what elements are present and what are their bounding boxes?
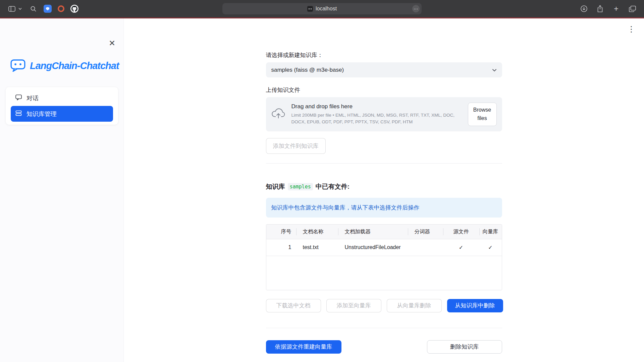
files-heading-prefix: 知识库 — [266, 182, 285, 191]
logo-icon — [10, 58, 26, 74]
tab-overview-icon[interactable] — [627, 4, 637, 14]
address-bar[interactable]: localhost ⋯ — [222, 3, 422, 14]
sidebar-toggle-icon[interactable] — [7, 4, 17, 14]
github-extension-icon[interactable] — [70, 5, 78, 13]
add-to-vector-button[interactable]: 添加至向量库 — [326, 299, 381, 312]
add-files-button[interactable]: 添加文件到知识库 — [266, 138, 326, 154]
sidebar-nav: 对话 知识库管理 — [6, 87, 118, 125]
col-header-index: 序号 — [266, 225, 296, 239]
file-uploader-dropzone[interactable]: Drag and drop files here Limit 200MB per… — [266, 97, 502, 131]
main-menu-icon[interactable]: ⋮ — [625, 23, 638, 35]
col-header-splitter: 分词器 — [408, 225, 443, 239]
cell-index: 1 — [266, 239, 296, 256]
cloud-upload-icon — [271, 108, 285, 121]
kb-select-label: 请选择或新建知识库： — [266, 51, 502, 59]
sidebar-item-dialogue[interactable]: 对话 — [11, 90, 113, 106]
sidebar: ✕ LangChain-Chatchat — [0, 18, 124, 362]
extension-icon-blue[interactable] — [44, 5, 52, 13]
files-heading: 知识库 samples 中已有文件: — [266, 182, 502, 191]
search-icon[interactable] — [28, 4, 38, 14]
divider — [266, 328, 502, 328]
logo-text: LangChain-Chatchat — [30, 60, 119, 71]
col-header-source: 源文件 — [443, 225, 479, 239]
dropzone-title: Drag and drop files here — [291, 103, 462, 110]
delete-kb-button[interactable]: 删除知识库 — [427, 340, 502, 354]
dropzone-limit-text: Limit 200MB per file • EML, HTML, JSON, … — [291, 112, 462, 125]
table-row[interactable]: 1 test.txt UnstructuredFileLoader ✓ ✓ — [266, 239, 502, 256]
share-icon[interactable] — [595, 4, 605, 14]
col-header-filename: 文档名称 — [296, 225, 338, 239]
new-tab-icon[interactable]: + — [611, 4, 621, 14]
rebuild-vector-store-button[interactable]: 依据源文件重建向量库 — [266, 340, 341, 354]
files-table[interactable]: 序号 文档名称 文档加载器 分词器 源文件 向量库 1 test.txt Uns… — [266, 224, 502, 290]
download-selected-button[interactable]: 下载选中文档 — [266, 299, 321, 312]
table-header-row: 序号 文档名称 文档加载器 分词器 源文件 向量库 — [266, 225, 502, 239]
info-banner: 知识库中包含源文件与向量库，请从下表中选择文件后操作 — [266, 198, 502, 218]
knowledge-base-icon — [15, 110, 22, 118]
sidebar-item-label: 知识库管理 — [26, 110, 57, 118]
table-actions: 下载选中文档 添加至向量库 从向量库删除 从知识库中删除 — [266, 299, 502, 312]
upload-label: 上传知识文件 — [266, 86, 502, 94]
chevron-down-icon — [492, 67, 497, 73]
kb-name-code: samples — [288, 183, 313, 190]
cell-splitter — [408, 239, 443, 256]
table-empty-area — [266, 256, 502, 290]
kb-select-value: samples (faiss @ m3e-base) — [271, 67, 344, 73]
main-area: ⋮ 请选择或新建知识库： samples (faiss @ m3e-base) … — [124, 18, 644, 362]
screen: localhost ⋯ + — [0, 0, 644, 362]
browse-files-button[interactable]: Browse files — [468, 103, 497, 126]
sidebar-chevron-icon[interactable] — [17, 4, 23, 14]
sidebar-close-icon[interactable]: ✕ — [109, 39, 115, 47]
site-favicon — [307, 6, 313, 12]
kb-bottom-actions: 依据源文件重建向量库 删除知识库 — [266, 340, 502, 354]
cell-source-check: ✓ — [443, 239, 479, 256]
col-header-loader: 文档加载器 — [338, 225, 408, 239]
extension-icon-orange[interactable] — [57, 5, 65, 13]
sidebar-item-label: 对话 — [26, 94, 39, 102]
sidebar-item-knowledge-base[interactable]: 知识库管理 — [11, 106, 113, 122]
page-actions-icon[interactable]: ⋯ — [412, 5, 420, 12]
cell-loader: UnstructuredFileLoader — [338, 239, 408, 256]
files-heading-suffix: 中已有文件: — [316, 182, 350, 191]
delete-from-kb-button[interactable]: 从知识库中删除 — [447, 299, 503, 312]
kb-select[interactable]: samples (faiss @ m3e-base) — [266, 62, 502, 77]
cell-filename: test.txt — [296, 239, 338, 256]
downloads-icon[interactable] — [579, 4, 589, 14]
browser-toolbar: localhost ⋯ + — [0, 0, 644, 17]
col-header-vector: 向量库 — [479, 225, 502, 239]
cell-vector-check: ✓ — [479, 239, 502, 256]
url-text: localhost — [316, 6, 337, 12]
logo: LangChain-Chatchat — [0, 18, 123, 74]
chat-icon — [15, 94, 22, 103]
divider — [266, 163, 502, 164]
remove-from-vector-button[interactable]: 从向量库删除 — [387, 299, 442, 312]
